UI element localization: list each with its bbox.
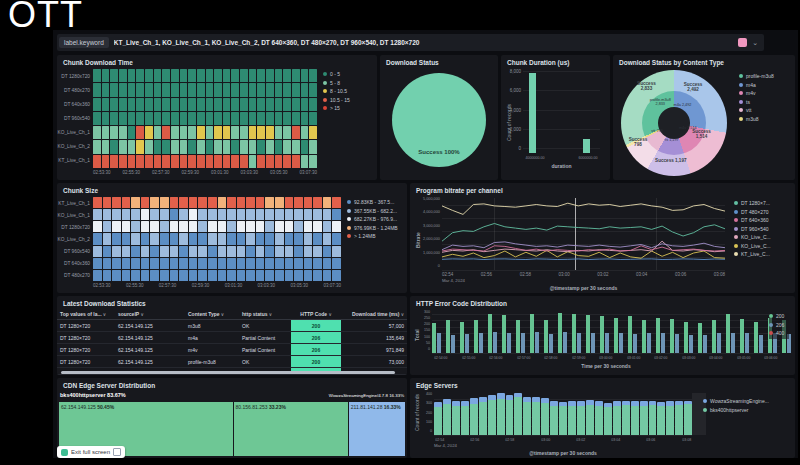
legend-item[interactable]: > 15 bbox=[323, 105, 375, 111]
chevron-down-icon[interactable]: ⌄ bbox=[752, 39, 758, 47]
bar-206 bbox=[661, 333, 665, 353]
heatmap-cell bbox=[323, 258, 332, 269]
heatmap-cell bbox=[154, 98, 162, 111]
heatmap-cell bbox=[227, 209, 236, 220]
heatmap-cell bbox=[309, 140, 317, 153]
heatmap-cell bbox=[112, 209, 121, 220]
stacked-bar bbox=[514, 393, 522, 435]
bar-group bbox=[432, 311, 441, 353]
axis-tick-label: 03:03:00 bbox=[682, 356, 695, 360]
legend-swatch bbox=[323, 98, 327, 102]
heatmap-cell bbox=[112, 197, 121, 208]
heatmap-cell bbox=[170, 221, 179, 232]
legend-item[interactable]: KO_Live_C... bbox=[734, 234, 792, 240]
filter-field-chip[interactable]: label.keyword bbox=[59, 37, 109, 48]
heatmap-cell bbox=[218, 246, 227, 257]
line-series bbox=[442, 259, 725, 260]
bar-200 bbox=[628, 316, 632, 353]
treemap-cell[interactable]: 80.156.81.253 33.23% bbox=[234, 402, 348, 456]
legend-item[interactable]: DT 1280×7... bbox=[734, 200, 792, 206]
bar-segment-bks400 bbox=[497, 399, 505, 435]
bar-group bbox=[474, 311, 483, 353]
legend-item[interactable]: vtt bbox=[739, 107, 791, 113]
table-header-4[interactable]: HTTP Code ∨ bbox=[291, 308, 341, 320]
legend-item[interactable]: KO_Live_C... bbox=[734, 243, 792, 249]
bar-duration-2 bbox=[583, 139, 590, 153]
legend-item[interactable]: 976.99KB - 1.24MB bbox=[347, 225, 405, 231]
heatmap-cell bbox=[266, 98, 274, 111]
heatmap-cell bbox=[214, 140, 222, 153]
legend-item[interactable]: DT 480×270 bbox=[734, 209, 792, 215]
legend-item[interactable]: 367.55KB - 682.2... bbox=[347, 208, 405, 214]
bar-200 bbox=[446, 320, 450, 353]
legend-label: m4v bbox=[746, 90, 755, 96]
legend-item[interactable]: m3u8 bbox=[739, 116, 791, 122]
filter-bar[interactable]: label.keyword KT_Live_Ch_1, KO_Live_Ch_1… bbox=[57, 34, 764, 51]
legend-item[interactable]: 206 bbox=[769, 322, 789, 328]
heatmap-cell bbox=[136, 69, 144, 82]
heatmap-cell bbox=[141, 270, 150, 281]
bar-group bbox=[684, 311, 693, 353]
table-header-5[interactable]: Download time (ms) ∨ bbox=[341, 308, 407, 320]
legend-item[interactable]: profile-m3u8 bbox=[739, 73, 791, 79]
heatmap-cell bbox=[223, 140, 231, 153]
chunk-size-heatmap: KT_Live_Ch_1KO_Live_Ch_1DT 1280x720KO_Li… bbox=[57, 195, 407, 293]
exit-fullscreen-button[interactable]: Exit full screen bbox=[57, 446, 125, 458]
heatmap-cell bbox=[240, 83, 248, 96]
bar-segment-bks400 bbox=[488, 400, 496, 435]
legend-item[interactable]: bks400httpserver bbox=[703, 407, 791, 413]
legend-item[interactable]: m4v bbox=[739, 90, 791, 96]
legend-item[interactable]: m4a bbox=[739, 82, 791, 88]
filter-status-icon[interactable] bbox=[738, 38, 747, 47]
legend-item[interactable]: 682.27KB - 976.9... bbox=[347, 216, 405, 222]
heatmap-cell bbox=[275, 83, 283, 96]
heatmap-cell bbox=[309, 69, 317, 82]
legend-item[interactable]: DT 640×360 bbox=[734, 217, 792, 223]
legend-item[interactable]: 400 bbox=[769, 330, 789, 336]
table-cell: m3u8 bbox=[185, 320, 239, 332]
heatmap-cell bbox=[162, 83, 170, 96]
bar-group bbox=[726, 311, 735, 353]
heatmap-cell bbox=[198, 246, 207, 257]
stacked-bar bbox=[488, 393, 496, 435]
legend-item[interactable]: 10.5 - 15 bbox=[323, 97, 375, 103]
bar-group bbox=[698, 311, 707, 353]
axis-tick-label: 02:59:30 bbox=[181, 170, 199, 175]
heatmap-cell bbox=[180, 126, 188, 139]
panel-chunk-size: Chunk Size KT_Live_Ch_1KO_Live_Ch_1DT 12… bbox=[57, 183, 407, 293]
legend-item[interactable]: WowzaStreamingEngine... bbox=[703, 398, 791, 404]
heatmap-cell bbox=[275, 258, 284, 269]
bar-206 bbox=[451, 335, 455, 353]
panel-http-error-code: HTTP Error Code Distribution Total300250… bbox=[410, 296, 795, 375]
heatmap-row-label: KO_Live_Ch_1 bbox=[57, 209, 93, 221]
table-header-0[interactable]: Top values of la... ∨ bbox=[57, 308, 115, 320]
table-header-1[interactable]: sourceIP ∨ bbox=[115, 308, 185, 320]
table-cell: m4v bbox=[185, 344, 239, 356]
legend-label: > 1.24MB bbox=[354, 233, 376, 239]
table-scrollbar[interactable] bbox=[61, 371, 395, 374]
legend-item[interactable]: ts bbox=[739, 99, 791, 105]
legend-item[interactable]: 92.83KB - 367.5... bbox=[347, 199, 405, 205]
heatmap-cell bbox=[180, 69, 188, 82]
legend-item[interactable]: DT 960×540 bbox=[734, 226, 792, 232]
legend-item[interactable]: 8 - 10.5 bbox=[323, 88, 375, 94]
stacked-bar bbox=[684, 393, 692, 435]
legend-item[interactable]: 5 - 8 bbox=[323, 80, 375, 86]
legend-item[interactable]: > 1.24MB bbox=[347, 233, 405, 239]
treemap-cell[interactable]: 211.81.141.28 16.33% bbox=[349, 402, 405, 456]
table-header-2[interactable]: Content Type ∨ bbox=[185, 308, 239, 320]
stacked-bar bbox=[657, 393, 665, 435]
legend-item[interactable]: 200 bbox=[769, 313, 789, 319]
heatmap-row-label: KO_Live_Ch_2 bbox=[57, 233, 93, 245]
sort-caret-icon: ∨ bbox=[399, 312, 404, 317]
table-header-3[interactable]: http status ∨ bbox=[239, 308, 291, 320]
legend-item[interactable]: KT_Live_C... bbox=[734, 251, 792, 257]
heatmap-cell bbox=[145, 112, 153, 125]
heatmap-cell bbox=[294, 209, 303, 220]
legend-item[interactable]: 0 - 5 bbox=[323, 71, 375, 77]
heatmap-cell bbox=[110, 69, 118, 82]
filter-value[interactable]: KT_Live_Ch_1, KO_Live_Ch_1, KO_Live_Ch_2… bbox=[114, 39, 738, 46]
heatmap-cell bbox=[275, 155, 283, 168]
heatmap-cell bbox=[257, 83, 265, 96]
heatmap-cell bbox=[122, 270, 131, 281]
